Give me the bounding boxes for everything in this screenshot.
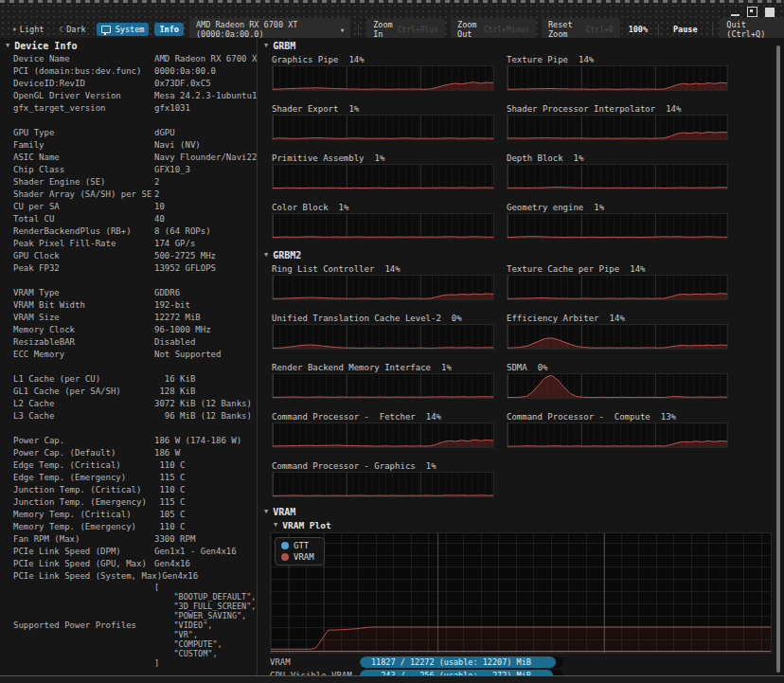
chart-label: Shader Export1% [272,103,494,115]
device-info-header[interactable]: ▼ Device Info [6,40,257,51]
device-info-row: Chip ClassGFX10_3 [0,164,257,176]
theme-dark-button[interactable]: ☾ Dark [54,23,90,36]
chart-name: Command Processor - Graphics [272,461,416,471]
vram-header[interactable]: ▼ VRAM [264,506,784,517]
chart-plot [272,65,494,91]
device-info-row: L3 Cache 96 MiB (12 Banks) [0,410,257,422]
device-info-value: 3072 KiB (12 Banks) [154,398,252,410]
toolbar-separator [658,24,659,36]
theme-system-button[interactable]: System [97,23,150,36]
device-info-label: GPU Clock [13,250,154,262]
device-info-value: 174 GP/s [154,238,195,250]
device-info-label: VRAM Size [13,312,154,324]
device-info-row: Power Cap.186 W (174-186 W) [0,435,257,447]
chart-label: Ring List Controller14% [272,263,494,275]
device-info-row: Device NameAMD Radeon RX 6700 XT [0,53,257,65]
device-info-label: Memory Temp. (Emergency) [13,521,154,533]
vram-plot-header[interactable]: ▼ VRAM Plot [274,519,784,530]
chart-plot [272,324,494,350]
vram-title: VRAM [273,507,295,517]
device-info-title: Device Info [14,41,77,51]
memory-usage-bar: 11827 / 12272 (usable: 12207) MiB [360,656,563,668]
chart-name: Command Processor - Fetcher [272,412,416,422]
chart-value: 14% [630,264,645,274]
device-info-row: Supported Power Profiles[ "BOOTUP_DEFAUL… [0,583,257,668]
grbm-header[interactable]: ▼ GRBM [264,40,784,51]
chart-value: 14% [348,55,364,64]
chart-value: 1% [348,104,359,114]
reset-zoom-shortcut: Ctrl+0 [586,26,614,34]
device-info-row: ResizableBARDisabled [0,336,257,349]
device-info-value: [ "BOOTUP_DEFAULT", "3D_FULL_SCREEN", "P… [154,583,256,668]
chart-plot [272,472,494,497]
device-info-value: Not Supported [154,349,221,361]
gtt-series-dot [281,542,289,549]
device-info-row: ECC MemoryNot Supported [0,349,257,361]
minimize-button[interactable] [731,14,739,16]
scrollbar[interactable] [776,45,780,673]
amdgpu-top-window: ☀ Light ☾ Dark System Info AMD Radeon RX… [0,0,784,683]
info-tab-label: Info [159,25,178,34]
chart-name: Ring List Controller [272,264,374,274]
toolbar-separator [358,24,359,36]
device-info-section: Device NameAMD Radeon RX 6700 XTPCI (dom… [0,53,257,115]
collapse-triangle-icon: ▼ [274,521,277,529]
legend-item[interactable]: GTT [281,541,314,550]
device-info-label: L1 Cache (per CU) [13,373,154,386]
device-info-row: GL1 Cache (per SA/SH) 128 KiB [0,386,257,398]
device-info-label: RenderBackendPlus (RB+) [13,225,154,238]
close-button[interactable] [765,8,775,17]
device-info-label: Junction Temp. (Emergency) [13,496,154,509]
usage-chart: SDMA0% [507,362,728,400]
info-tab-button[interactable]: Info [154,23,183,36]
device-info-value: 192-bit [154,299,190,312]
theme-system-label: System [116,25,145,34]
zoom-out-label: Zoom Out [457,20,479,39]
device-info-label: VRAM Bit Width [13,299,154,312]
device-info-value: Gen4x16 [154,558,190,570]
device-info-value: 128 KiB [154,386,195,398]
device-info-row: L1 Cache (per CU) 16 KiB [0,373,257,386]
chart-value: 13% [661,412,676,422]
pause-button[interactable]: Pause [667,23,704,36]
device-info-value: 110 C [154,521,186,533]
device-info-value: 3300 RPM [154,533,195,546]
device-info-value: 500-2725 MHz [154,250,216,262]
chart-plot [507,213,728,239]
vram-plot-title: VRAM Plot [282,520,330,530]
usage-chart: Command Processor - Fetcher14% [272,411,494,449]
window-chrome: ☀ Light ☾ Dark System Info AMD Radeon RX… [0,3,784,38]
device-info-value: GDDR6 [154,287,180,299]
quit-label: Quit (Ctrl+Q) [726,20,777,39]
legend-label: VRAM [294,552,314,562]
device-info-row: Power Cap. (Default)186 W [0,447,257,459]
device-info-value: 110 C [154,459,186,472]
usage-chart: Depth Block1% [507,153,728,190]
reset-zoom-label: Reset Zoom [548,20,581,39]
chart-plot [507,164,728,189]
sun-icon: ☀ [12,26,17,34]
usage-chart: Shader Processor Interpolator14% [507,103,728,141]
chart-plot [507,373,728,399]
grbm2-header[interactable]: ▼ GRBM2 [264,249,784,261]
device-info-row: DeviceID:RevID0x73DF.0xC5 [0,78,257,90]
maximize-button[interactable] [747,7,757,17]
device-info-row: Edge Temp. (Critical) 110 C [0,459,257,472]
device-info-row: Junction Temp. (Critical) 110 C [0,484,257,496]
legend-item[interactable]: VRAM [281,552,314,562]
usage-chart: Efficiency Arbiter14% [507,313,728,350]
theme-light-button[interactable]: ☀ Light [8,23,48,36]
device-info-row: PCIe Link Speed (System, Max)Gen4x16 [0,570,257,583]
device-info-label: PCIe Link Speed (DPM) [13,546,154,558]
grbm2-title: GRBM2 [273,250,301,261]
chart-name: Color Block [272,203,329,212]
device-info-value: 96-1000 MHz [154,324,211,336]
device-info-value: 186 W [154,447,180,459]
device-info-value: Disabled [154,336,195,349]
pause-label: Pause [673,25,698,34]
device-info-label: Total CU [13,213,154,225]
device-info-label: Shader Engine (SE) [13,176,154,189]
chart-value: 0% [538,363,548,372]
chart-name: Command Processor - Compute [507,412,650,422]
device-info-label: Power Cap. (Default) [13,447,154,459]
